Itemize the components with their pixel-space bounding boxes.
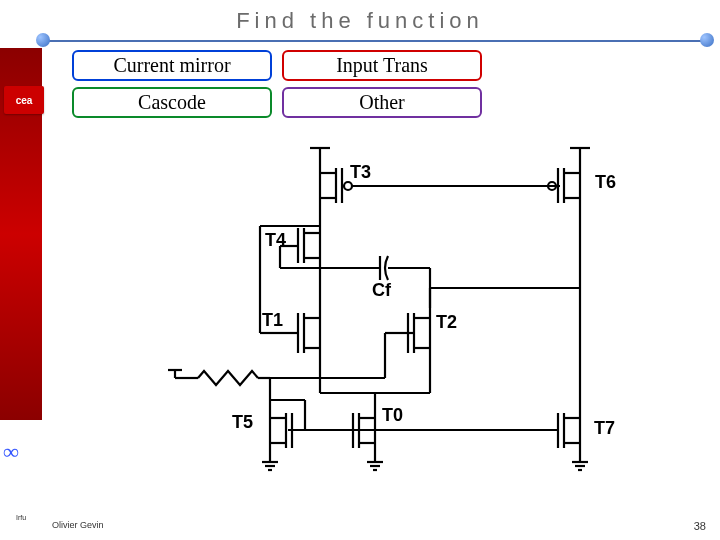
label-t5: T5 (232, 412, 253, 432)
circuit-diagram: T3 T6 T4 Cf T1 T2 T5 T0 T7 (120, 138, 640, 478)
cea-logo: cea (4, 86, 44, 114)
legend-input-trans: Input Trans (282, 50, 482, 81)
label-cf: Cf (372, 280, 392, 300)
label-t3: T3 (350, 162, 371, 182)
rule-dot-left (36, 33, 50, 47)
cea-logo-text: cea (16, 95, 33, 106)
irfu-logo: ∞ (3, 439, 39, 475)
footer-page-number: 38 (694, 520, 706, 532)
infinity-icon: ∞ (3, 439, 39, 465)
label-t2: T2 (436, 312, 457, 332)
legend-cascode: Cascode (72, 87, 272, 118)
label-t7: T7 (594, 418, 615, 438)
legend-grid: Current mirror Input Trans Cascode Other (72, 50, 482, 118)
label-t6: T6 (595, 172, 616, 192)
circuit-svg: T3 T6 T4 Cf T1 T2 T5 T0 T7 (120, 138, 640, 478)
irfu-text: Irfu (16, 514, 26, 521)
sidebar-logo-area: ∞ Irfu (0, 420, 42, 540)
legend-other: Other (282, 87, 482, 118)
rule-dot-right (700, 33, 714, 47)
sidebar: ∞ Irfu (0, 48, 42, 540)
slide-root: Find the function ∞ Irfu cea Current mir… (0, 0, 720, 540)
label-t0: T0 (382, 405, 403, 425)
title-rule (40, 40, 708, 42)
label-t4: T4 (265, 230, 286, 250)
slide-title: Find the function (0, 8, 720, 34)
svg-point-9 (344, 182, 352, 190)
footer-author: Olivier Gevin (52, 520, 104, 530)
legend-current-mirror: Current mirror (72, 50, 272, 81)
label-t1: T1 (262, 310, 283, 330)
